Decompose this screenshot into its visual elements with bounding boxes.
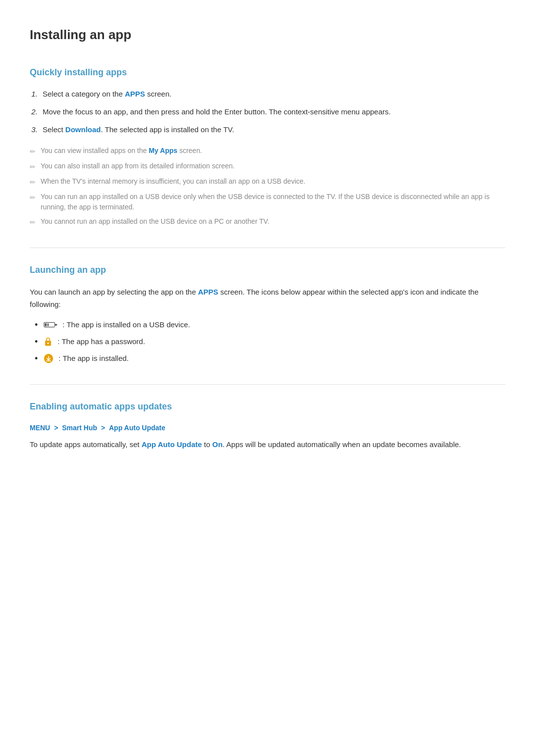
icon-bullets-list: • : The app is installed on a USB device… xyxy=(35,319,505,364)
usb-device-icon xyxy=(44,320,59,329)
app-auto-update-highlight: App Auto Update xyxy=(142,440,202,449)
update-paragraph: To update apps automatically, set App Au… xyxy=(30,439,505,451)
bullet-usb: • : The app is installed on a USB device… xyxy=(35,319,505,331)
section-heading-enabling-updates: Enabling automatic apps updates xyxy=(30,400,505,414)
section-launching: Launching an app You can launch an app b… xyxy=(30,263,505,364)
divider-2 xyxy=(30,384,505,385)
apps-highlight-1: APPS xyxy=(125,90,145,98)
note-2: ✏ You can also install an app from its d… xyxy=(30,161,505,172)
bullet-dot-1: • xyxy=(35,320,38,329)
page-title: Installing an app xyxy=(30,25,505,46)
pencil-icon-1: ✏ xyxy=(30,147,36,157)
usb-bullet-text: : The app is installed on a USB device. xyxy=(62,319,190,331)
steps-list: Select a category on the APPS screen. Mo… xyxy=(40,88,505,136)
breadcrumb: MENU > Smart Hub > App Auto Update xyxy=(30,422,505,433)
lock-icon xyxy=(44,337,54,347)
step-3: Select Download. The selected app is ins… xyxy=(40,124,505,136)
breadcrumb-arrow-2: > xyxy=(101,424,107,432)
download-highlight: Download xyxy=(65,125,101,134)
pencil-icon-3: ✏ xyxy=(30,177,36,188)
pencil-icon-2: ✏ xyxy=(30,162,36,172)
section-quickly-installing: Quickly installing apps Select a categor… xyxy=(30,65,505,228)
myapps-highlight: My Apps xyxy=(149,147,177,154)
divider-1 xyxy=(30,248,505,248)
svg-rect-2 xyxy=(48,323,49,326)
apps-highlight-2: APPS xyxy=(198,288,218,296)
note-3: ✏ When the TV's internal memory is insuf… xyxy=(30,176,505,188)
installed-icon xyxy=(44,353,55,363)
step-2: Move the focus to an app, and then press… xyxy=(40,106,505,118)
bullet-dot-3: • xyxy=(35,354,38,363)
launch-intro: You can launch an app by selecting the a… xyxy=(30,286,505,311)
section-enabling-updates: Enabling automatic apps updates MENU > S… xyxy=(30,400,505,451)
note-5: ✏ You cannot run an app installed on the… xyxy=(30,216,505,228)
svg-rect-1 xyxy=(45,323,47,326)
on-highlight: On xyxy=(213,440,223,449)
breadcrumb-menu: MENU xyxy=(30,424,50,432)
bullet-dot-2: • xyxy=(35,337,38,346)
step-1: Select a category on the APPS screen. xyxy=(40,88,505,100)
section-heading-quickly-installing: Quickly installing apps xyxy=(30,65,505,80)
breadcrumb-appautoupdate: App Auto Update xyxy=(109,424,165,432)
note-4: ✏ You can run an app installed on a USB … xyxy=(30,192,505,212)
lock-bullet-text: : The app has a password. xyxy=(57,336,145,348)
note-1: ✏ You can view installed apps on the My … xyxy=(30,146,505,157)
breadcrumb-smarthub: Smart Hub xyxy=(62,424,97,432)
svg-point-5 xyxy=(48,342,49,344)
svg-rect-3 xyxy=(55,324,57,325)
bullet-installed: • : The app is installed. xyxy=(35,353,505,364)
pencil-icon-5: ✏ xyxy=(30,217,36,228)
pencil-icon-4: ✏ xyxy=(30,193,36,203)
installed-bullet-text: : The app is installed. xyxy=(58,353,128,364)
bullet-lock: • : The app has a password. xyxy=(35,336,505,348)
breadcrumb-arrow-1: > xyxy=(54,424,60,432)
notes-list: ✏ You can view installed apps on the My … xyxy=(30,146,505,228)
section-heading-launching: Launching an app xyxy=(30,263,505,277)
